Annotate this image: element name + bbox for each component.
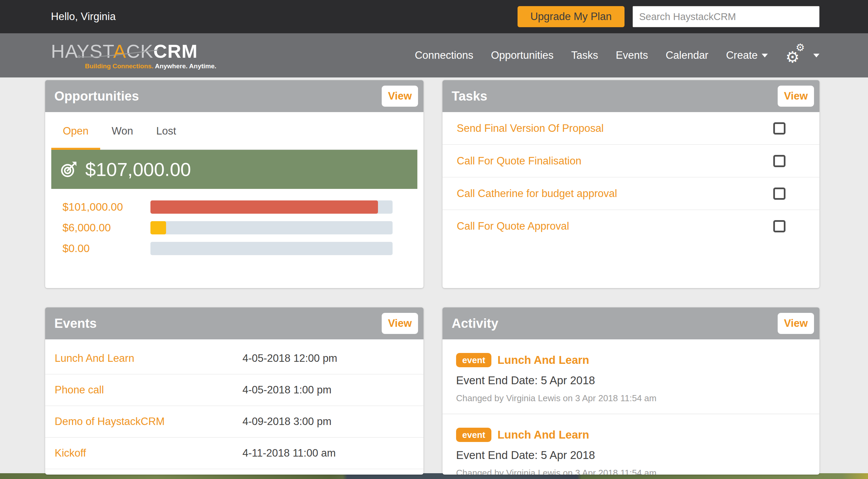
task-checkbox[interactable] <box>773 220 785 232</box>
haystackcrm-logo[interactable]: HAYSTACKCRM Building Connections. Anywhe… <box>51 42 216 69</box>
tasks-card: Tasks View Send Final Version Of Proposa… <box>442 80 819 288</box>
event-datetime: 4-05-2018 12:00 pm <box>242 352 337 365</box>
task-checkbox[interactable] <box>773 188 785 200</box>
task-link[interactable]: Call Catherine for budget approval <box>457 188 773 200</box>
top-bar: Hello, Virginia Upgrade My Plan <box>0 0 868 33</box>
bar-label: $6,000.00 <box>62 221 150 234</box>
nav-item-create-dropdown[interactable]: Create <box>726 49 768 61</box>
main-navbar: HAYSTACKCRM Building Connections. Anywhe… <box>0 33 868 77</box>
event-link[interactable]: Demo of HaystackCRM <box>55 415 242 428</box>
event-row: Phone call 4-05-2018 1:00 pm <box>45 374 423 406</box>
events-card-header: Events View <box>45 307 423 339</box>
events-card: Events View Lunch And Learn 4-05-2018 12… <box>45 307 423 475</box>
opportunities-view-button[interactable]: View <box>382 86 418 107</box>
activity-entry-detail: Event End Date: 5 Apr 2018 <box>456 449 806 462</box>
tab-won[interactable]: Won <box>100 112 145 150</box>
task-checkbox[interactable] <box>773 155 785 167</box>
activity-entry-link[interactable]: Lunch And Learn <box>498 428 589 441</box>
activity-entry-meta: Changed by Virginia Lewis on 3 Apr 2018 … <box>456 468 806 475</box>
event-row: Kickoff 4-11-2018 11:00 am <box>45 438 423 469</box>
bar-row: $6,000.00 <box>45 221 423 234</box>
activity-entry: event Lunch And Learn Event End Date: 5 … <box>442 339 819 414</box>
bullseye-arrow-icon <box>60 161 77 178</box>
event-type-badge: event <box>456 428 491 442</box>
event-list: Lunch And Learn 4-05-2018 12:00 pm Phone… <box>45 339 423 469</box>
gears-icon: ⚙ ⚙ <box>785 45 807 66</box>
activity-view-button[interactable]: View <box>778 313 814 334</box>
upgrade-plan-button[interactable]: Upgrade My Plan <box>518 6 625 27</box>
bar-label: $101,000.00 <box>62 201 150 213</box>
search-input[interactable] <box>633 6 819 27</box>
event-link[interactable]: Phone call <box>55 384 242 396</box>
event-datetime: 4-11-2018 11:00 am <box>242 447 336 459</box>
events-title: Events <box>54 316 97 331</box>
task-list: Send Final Version Of Proposal Call For … <box>442 112 819 243</box>
task-row: Call For Quote Approval <box>442 210 819 243</box>
opportunities-card: Opportunities View Open Won Lost $107,00… <box>45 80 423 288</box>
settings-dropdown[interactable]: ⚙ ⚙ <box>785 45 819 66</box>
activity-entry: event Lunch And Learn Event End Date: 5 … <box>442 414 819 475</box>
chevron-down-icon <box>813 54 819 57</box>
nav-item-tasks[interactable]: Tasks <box>571 49 598 61</box>
event-link[interactable]: Kickoff <box>55 447 242 459</box>
topbar-right-group: Upgrade My Plan <box>518 6 819 27</box>
activity-entry-meta: Changed by Virginia Lewis on 3 Apr 2018 … <box>456 393 806 404</box>
tasks-card-header: Tasks View <box>442 80 819 112</box>
activity-card: Activity View event Lunch And Learn Even… <box>442 307 819 475</box>
nav-links: Connections Opportunities Tasks Events C… <box>415 45 819 66</box>
activity-entry-head: event Lunch And Learn <box>456 428 806 442</box>
task-checkbox[interactable] <box>773 122 785 135</box>
event-row: Lunch And Learn 4-05-2018 12:00 pm <box>45 343 423 374</box>
opportunities-tabs: Open Won Lost <box>45 112 423 150</box>
task-link[interactable]: Call For Quote Approval <box>457 220 773 232</box>
bar-track <box>150 200 393 214</box>
tab-open[interactable]: Open <box>51 112 100 150</box>
tasks-view-button[interactable]: View <box>778 86 814 107</box>
activity-entry-detail: Event End Date: 5 Apr 2018 <box>456 374 806 387</box>
bar-row: $0.00 <box>45 242 423 255</box>
opportunities-bars: $101,000.00 $6,000.00 $0.00 <box>45 200 423 255</box>
logo-wordmark: HAYSTACKCRM <box>51 42 216 61</box>
logo-tagline: Building Connections. Anywhere. Anytime. <box>85 63 216 69</box>
event-datetime: 4-05-2018 1:00 pm <box>242 384 331 396</box>
task-link[interactable]: Send Final Version Of Proposal <box>457 122 773 135</box>
opportunities-card-header: Opportunities View <box>45 80 423 112</box>
activity-entry-link[interactable]: Lunch And Learn <box>498 354 589 367</box>
activity-card-header: Activity View <box>442 307 819 339</box>
activity-list: event Lunch And Learn Event End Date: 5 … <box>442 339 819 475</box>
tab-lost[interactable]: Lost <box>145 112 188 150</box>
open-total-banner: $107,000.00 <box>51 150 417 189</box>
user-greeting: Hello, Virginia <box>51 11 116 23</box>
events-view-button[interactable]: View <box>382 313 418 334</box>
nav-item-calendar[interactable]: Calendar <box>666 49 708 61</box>
nav-item-connections[interactable]: Connections <box>415 49 473 61</box>
bar-label: $0.00 <box>62 242 150 255</box>
chevron-down-icon <box>762 54 768 57</box>
event-link[interactable]: Lunch And Learn <box>55 352 242 365</box>
activity-entry-head: event Lunch And Learn <box>456 353 806 367</box>
bar-fill <box>150 200 378 214</box>
bar-track <box>150 221 393 234</box>
bar-row: $101,000.00 <box>45 200 423 214</box>
opportunities-title: Opportunities <box>54 89 139 104</box>
open-total-amount: $107,000.00 <box>85 158 191 180</box>
bar-fill <box>150 221 166 234</box>
activity-title: Activity <box>452 316 498 331</box>
nav-item-opportunities[interactable]: Opportunities <box>491 49 554 61</box>
event-datetime: 4-09-2018 3:00 pm <box>242 415 331 428</box>
tasks-title: Tasks <box>452 89 487 104</box>
event-type-badge: event <box>456 353 491 367</box>
event-row: Demo of HaystackCRM 4-09-2018 3:00 pm <box>45 406 423 438</box>
task-row: Call For Quote Finalisation <box>442 145 819 177</box>
task-link[interactable]: Call For Quote Finalisation <box>457 155 773 167</box>
nav-item-events[interactable]: Events <box>616 49 648 61</box>
task-row: Call Catherine for budget approval <box>442 177 819 210</box>
bar-track <box>150 242 393 255</box>
task-row: Send Final Version Of Proposal <box>442 112 819 145</box>
